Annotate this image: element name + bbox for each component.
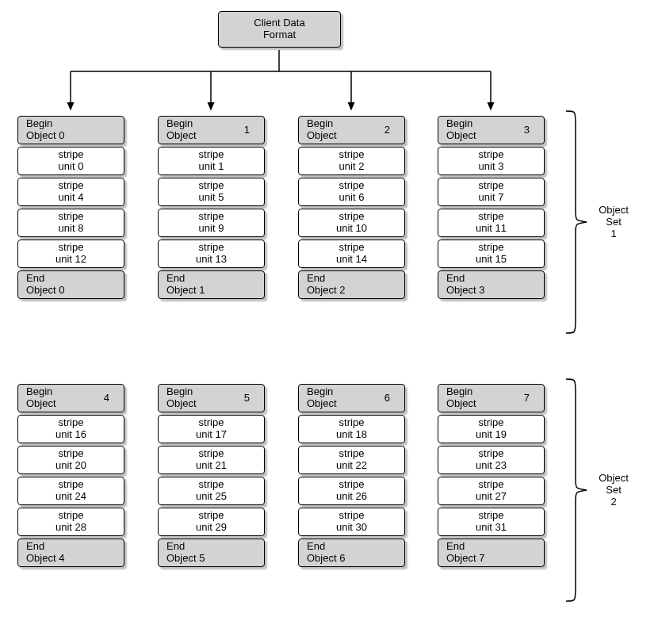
begin-object-5: BeginObject5	[158, 384, 265, 412]
title-line2: Format	[222, 29, 337, 41]
stripe-unit-31: stripeunit 31	[438, 508, 545, 536]
begin-object-7: BeginObject7	[438, 384, 545, 412]
stripe-unit-8: stripeunit 8	[17, 209, 124, 237]
title-box: Client Data Format	[218, 11, 341, 48]
stripe-unit-27: stripeunit 27	[438, 477, 545, 505]
stripe-unit-6: stripeunit 6	[298, 178, 405, 206]
begin-object-1: BeginObject1	[158, 116, 265, 144]
end-object-4: EndObject 4	[17, 539, 124, 567]
end-object-5: EndObject 5	[158, 539, 265, 567]
stripe-unit-2: stripeunit 2	[298, 147, 405, 175]
begin-object-4: BeginObject4	[17, 384, 124, 412]
end-object-3: EndObject 3	[438, 270, 545, 299]
stripe-unit-12: stripeunit 12	[17, 240, 124, 268]
end-object-2: EndObject 2	[298, 270, 405, 299]
stripe-unit-0: stripeunit 0	[17, 147, 124, 175]
stripe-unit-23: stripeunit 23	[438, 446, 545, 474]
end-object-7: EndObject 7	[438, 539, 545, 567]
begin-object-3: BeginObject3	[438, 116, 545, 144]
stripe-unit-20: stripeunit 20	[17, 446, 124, 474]
stripe-unit-22: stripeunit 22	[298, 446, 405, 474]
begin-object-0: BeginObject 0	[17, 116, 124, 144]
stripe-unit-17: stripeunit 17	[158, 415, 265, 443]
stripe-unit-26: stripeunit 26	[298, 477, 405, 505]
end-object-1: EndObject 1	[158, 270, 265, 299]
stripe-unit-3: stripeunit 3	[438, 147, 545, 175]
stripe-unit-24: stripeunit 24	[17, 477, 124, 505]
begin-object-6: BeginObject6	[298, 384, 405, 412]
stripe-unit-14: stripeunit 14	[298, 240, 405, 268]
stripe-unit-11: stripeunit 11	[438, 209, 545, 237]
stripe-unit-1: stripeunit 1	[158, 147, 265, 175]
stripe-unit-15: stripeunit 15	[438, 240, 545, 268]
diagram-canvas: Client Data Format Object Set 1 Object S…	[0, 0, 658, 644]
set2-label: Object Set 2	[590, 473, 637, 508]
stripe-unit-7: stripeunit 7	[438, 178, 545, 206]
stripe-unit-16: stripeunit 16	[17, 415, 124, 443]
begin-object-2: BeginObject2	[298, 116, 405, 144]
set1-label: Object Set 1	[590, 205, 637, 240]
title-line1: Client Data	[222, 17, 337, 29]
end-object-6: EndObject 6	[298, 539, 405, 567]
stripe-unit-9: stripeunit 9	[158, 209, 265, 237]
stripe-unit-28: stripeunit 28	[17, 508, 124, 536]
stripe-unit-25: stripeunit 25	[158, 477, 265, 505]
stripe-unit-30: stripeunit 30	[298, 508, 405, 536]
stripe-unit-21: stripeunit 21	[158, 446, 265, 474]
stripe-unit-4: stripeunit 4	[17, 178, 124, 206]
stripe-unit-10: stripeunit 10	[298, 209, 405, 237]
stripe-unit-19: stripeunit 19	[438, 415, 545, 443]
stripe-unit-13: stripeunit 13	[158, 240, 265, 268]
stripe-unit-29: stripeunit 29	[158, 508, 265, 536]
end-object-0: EndObject 0	[17, 270, 124, 299]
stripe-unit-18: stripeunit 18	[298, 415, 405, 443]
stripe-unit-5: stripeunit 5	[158, 178, 265, 206]
